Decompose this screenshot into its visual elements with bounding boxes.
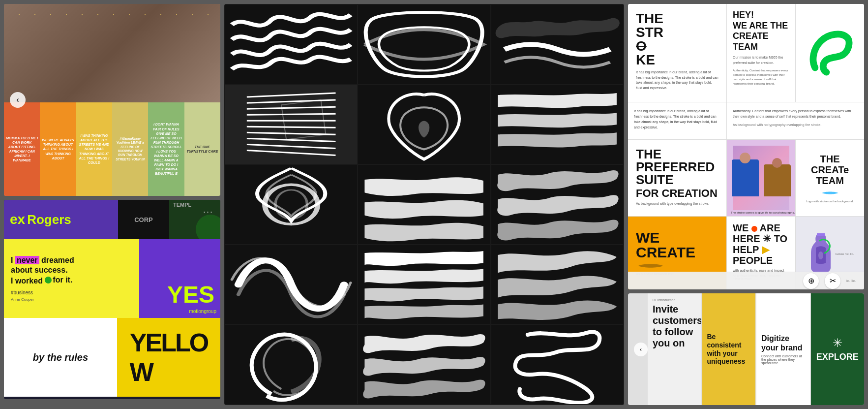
ex-label: ex xyxy=(10,212,25,227)
mural-panels: MOMMA TOLD ME I CAN WORK ABOUT FITTING. … xyxy=(4,102,220,196)
never-highlight: never xyxy=(15,256,39,264)
green-stroke-cell xyxy=(796,4,864,102)
corp-label: CORP xyxy=(134,216,153,223)
social-middle-row: I never dreamedabout success.I worked fo… xyxy=(4,239,220,318)
scissors-icon: ✂ xyxy=(830,276,836,285)
rogers-label: Rogers xyxy=(27,212,71,227)
social-top-row: ex Rogers CORP TEMPL xyxy=(4,200,220,239)
person-figure-2 xyxy=(764,164,791,196)
svg-line-3 xyxy=(247,114,336,115)
brush-cell-4 xyxy=(225,85,357,164)
digitize-cell: Digitize your brand Connect with custome… xyxy=(756,293,810,405)
auth-text-block: Authenticity. Content that empowers ever… xyxy=(733,108,858,119)
intro-label: 01 Introduction xyxy=(653,298,696,302)
svg-point-12 xyxy=(818,252,823,259)
bottom-cells-container: 01 Introduction Invite customers to foll… xyxy=(628,293,864,405)
stroke-logo-cell: THE STROKE It has big importance in our … xyxy=(628,4,726,102)
hey-cell: HEY!WE ARE THECREATE TEAM Our mission is… xyxy=(727,4,795,102)
stroke-desc: It has big importance in our brand, addi… xyxy=(636,70,718,91)
motion-label: motiongroup xyxy=(189,309,216,314)
brush-cell-8 xyxy=(358,165,490,244)
svg-line-9 xyxy=(247,150,336,155)
worked-phrase: for it. xyxy=(45,275,72,285)
search-tool-button[interactable]: ⊕ xyxy=(803,273,819,289)
mural-panel-5: I DONT WANNA PAIR OF RULES GIVE ME SO FE… xyxy=(148,102,184,196)
brand-grid: THE STROKE It has big importance in our … xyxy=(628,4,864,289)
preferred-cell: THEPREFERREDSUITEFOR CREATION As backgro… xyxy=(628,140,726,217)
mural-panel-4: i WannaKnow YouWere LEAVE a FEELING OF K… xyxy=(112,102,148,196)
brush-cell-13 xyxy=(225,325,357,404)
social-purple-header: ex Rogers xyxy=(4,200,118,239)
brush-cell-9 xyxy=(491,165,623,244)
people-group xyxy=(732,159,791,196)
yes-label: YES xyxy=(165,281,216,309)
brush-cell-7 xyxy=(225,165,357,244)
bottle-icon xyxy=(806,231,836,275)
authenticity-cell: Authenticity. Content that empowers ever… xyxy=(727,102,864,139)
bg-label-1: As background with no typography overlap… xyxy=(733,123,858,126)
svg-point-10 xyxy=(265,185,317,224)
prev-arrow[interactable]: ‹ xyxy=(10,92,26,108)
hey-desc: Our mission is to make M365 the preferre… xyxy=(733,55,789,65)
social-more-menu[interactable]: ··· xyxy=(203,207,213,217)
explore-content: ✳ EXPLORE xyxy=(816,298,859,400)
here-star-icon: ✳ xyxy=(763,233,771,244)
brush-cell-6 xyxy=(491,85,623,164)
temple-label: TEMPL xyxy=(169,200,195,212)
stroke-o: O xyxy=(636,39,718,53)
mural-card: ‹ ··· MOMMA TOLD ME I CAN WORK ABOUT FIT… xyxy=(4,4,220,196)
search-icon: ⊕ xyxy=(808,276,814,285)
brush-cell-3 xyxy=(491,5,623,84)
brush-cell-1 xyxy=(225,5,357,84)
svg-line-6 xyxy=(247,132,336,134)
create-brush-icon xyxy=(820,188,840,198)
head-2 xyxy=(772,158,782,168)
bottle-label: Isolate / ic. lic. xyxy=(836,252,854,255)
quote-tag: #business xyxy=(11,290,132,295)
mural-panel-3: I WAS THINKING ABOUT ALL THE STREETS ME … xyxy=(76,102,112,196)
brand-toolbar: ⊕ ✂ ic. lic. xyxy=(628,272,864,289)
bottom-brand-card: ‹ 01 Introduction Invite customers to fo… xyxy=(628,293,864,405)
we-create-title: WECREATE xyxy=(636,230,718,260)
byrules-text: by the rules xyxy=(33,352,88,363)
social-quote-card: I never dreamedabout success.I worked fo… xyxy=(4,239,139,318)
digitize-title: Digitize your brand xyxy=(761,334,805,352)
hey-title: HEY!WE ARE THECREATE TEAM xyxy=(733,10,789,52)
green-dot-icon xyxy=(45,277,52,283)
explore-star-icon: ✳ xyxy=(833,336,842,350)
string-lights xyxy=(4,14,220,15)
stroke-logo-title: THE STROKE xyxy=(636,12,718,67)
mural-photo xyxy=(4,4,220,102)
importance-cell: It has big importance in our brand, addi… xyxy=(628,102,726,139)
auth-text: Authenticity. Content that empowers ever… xyxy=(733,68,789,86)
mural-panel-2: WE WERE ALWAYS THINKING ABOUT ALL THE TH… xyxy=(40,102,76,196)
here-title: WE ARE HERE ✳ TO HELP ▶ PEOPLE xyxy=(733,222,789,266)
cut-tool-button[interactable]: ✂ xyxy=(825,273,840,289)
photo-desc: The stroke comes to give life to our pho… xyxy=(731,211,795,214)
social-dark-corp: CORP xyxy=(118,200,169,239)
create-logo-text: THECREATeTEAM xyxy=(811,154,849,186)
consistent-cell: Be consistent with your uniqueness xyxy=(702,293,756,405)
brush-cell-14 xyxy=(358,325,490,404)
brush-cell-12 xyxy=(491,245,623,324)
yellow-card: YELLOW xyxy=(117,318,220,397)
svg-line-1 xyxy=(247,100,336,103)
bottom-prev-arrow[interactable]: ‹ xyxy=(634,343,648,356)
brush-grid xyxy=(224,4,624,405)
explore-text: EXPLORE xyxy=(816,352,859,362)
svg-line-0 xyxy=(247,93,336,97)
brush-cell-15 xyxy=(491,325,623,404)
brush-cell-5 xyxy=(358,85,490,164)
create-logo-cell: THECREATeTEAM Logo with stroke on the ba… xyxy=(796,140,864,217)
social-bottom-row: by the rules YELLOW xyxy=(4,318,220,397)
social-yes-card: YES motiongroup xyxy=(139,239,220,318)
mural-panel-1: MOMMA TOLD ME I CAN WORK ABOUT FITTING. … xyxy=(4,102,40,196)
green-swoosh-icon xyxy=(808,18,853,87)
imp-text: It has big importance in our brand, addi… xyxy=(634,108,720,130)
digitize-subtitle: Connect with customers at the places whe… xyxy=(761,354,805,365)
svg-line-8 xyxy=(247,144,336,148)
head-1 xyxy=(740,153,750,163)
create-logo-desc: Logo with stroke on the background. xyxy=(806,200,854,203)
pref-desc: As background with type overlapping the … xyxy=(636,202,718,205)
yes-block: YES motiongroup xyxy=(161,277,220,318)
